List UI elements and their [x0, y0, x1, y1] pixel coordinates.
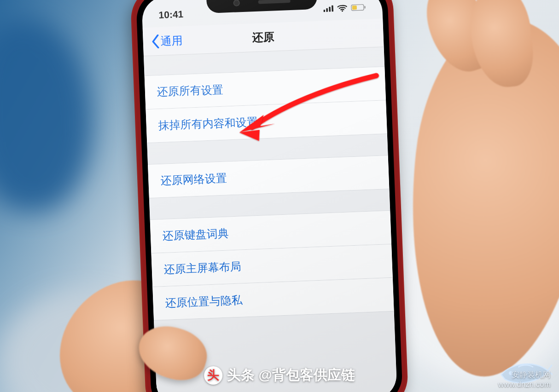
site-url: www.dnzn.com	[498, 380, 551, 389]
settings-group-3: 还原键盘词典 还原主屏幕布局 还原位置与隐私	[150, 210, 394, 321]
page-title: 还原	[252, 29, 274, 45]
svg-rect-6	[364, 6, 365, 9]
watermark-prefix: 头条	[227, 367, 255, 382]
cell-label: 还原位置与隐私	[165, 294, 243, 309]
toutiao-logo-icon: 头	[204, 366, 222, 385]
cell-label: 还原主屏幕布局	[163, 260, 241, 275]
site-name: 安静装机网	[498, 370, 551, 380]
back-button[interactable]: 通用	[151, 26, 183, 56]
chevron-left-icon	[151, 34, 160, 48]
back-button-label: 通用	[160, 33, 183, 48]
site-watermark-text: 安静装机网 www.dnzn.com	[498, 370, 551, 390]
svg-point-4	[342, 10, 343, 12]
svg-rect-7	[352, 6, 357, 10]
status-icons	[323, 4, 366, 13]
svg-rect-2	[329, 7, 331, 12]
svg-rect-0	[323, 10, 325, 12]
wifi-icon	[337, 4, 348, 12]
status-time: 10:41	[158, 9, 184, 21]
svg-rect-1	[326, 8, 328, 12]
source-watermark: 头 头条 @背包客供应链	[204, 366, 355, 385]
front-camera	[233, 0, 240, 6]
svg-rect-3	[332, 5, 333, 12]
cell-label: 还原所有设置	[157, 83, 223, 98]
watermark-author: @背包客供应链	[259, 367, 355, 382]
background-blob	[0, 18, 92, 212]
battery-icon	[351, 4, 366, 11]
cell-label: 抹掉所有内容和设置	[158, 115, 258, 132]
cell-label: 还原键盘词典	[162, 227, 229, 242]
cell-label: 还原网络设置	[160, 172, 227, 187]
settings-group-1: 还原所有设置 抹掉所有内容和设置	[145, 66, 387, 143]
cellular-signal-icon	[323, 5, 334, 12]
earpiece-speaker	[258, 0, 290, 4]
